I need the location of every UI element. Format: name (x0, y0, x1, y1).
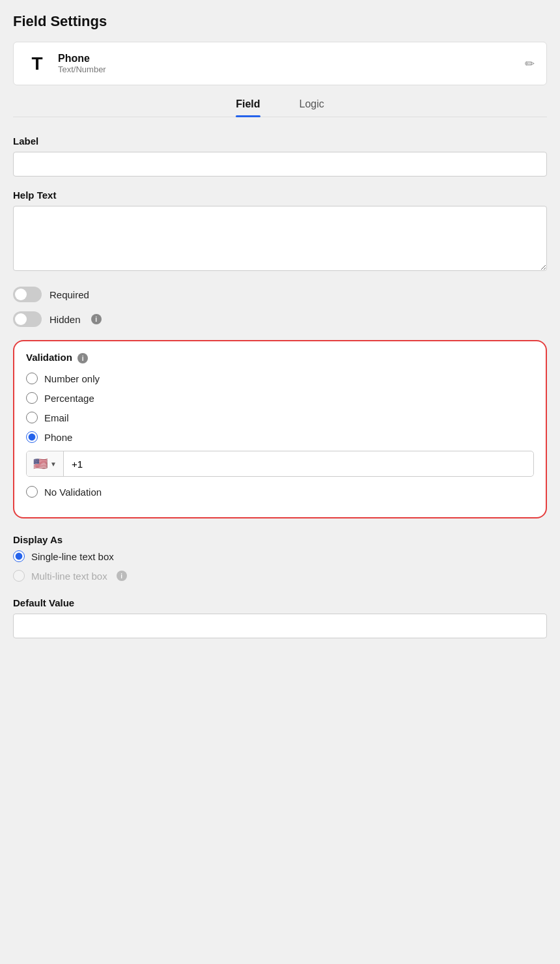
edit-icon[interactable]: ✏ (525, 57, 535, 71)
label-section-title: Label (13, 135, 547, 147)
validation-email-row: Email (26, 412, 534, 423)
field-card-info: Phone Text/Number (58, 53, 106, 74)
field-type-label: Text/Number (58, 64, 106, 74)
validation-phone-row: Phone (26, 431, 534, 443)
display-multi-line-label: Multi-line text box (31, 571, 107, 582)
page-title: Field Settings (13, 13, 547, 30)
tab-logic[interactable]: Logic (300, 98, 324, 117)
flag-emoji: 🇺🇸 (33, 457, 48, 471)
field-card: T Phone Text/Number ✏ (13, 42, 547, 85)
default-value-title: Default Value (13, 597, 547, 608)
phone-code-row: 🇺🇸 ▼ (26, 451, 534, 477)
required-toggle-row: Required (13, 287, 547, 302)
validation-phone-radio[interactable] (26, 431, 38, 443)
tab-field[interactable]: Field (236, 98, 260, 117)
validation-phone-label[interactable]: Phone (44, 432, 72, 443)
label-section: Label (13, 135, 547, 190)
validation-email-radio[interactable] (26, 412, 38, 423)
validation-number-only-row: Number only (26, 373, 534, 384)
phone-code-input[interactable] (64, 453, 533, 475)
hidden-info-icon[interactable]: i (91, 314, 102, 324)
validation-box: Validation i Number only Percentage Emai… (13, 340, 547, 518)
help-text-title: Help Text (13, 190, 547, 201)
validation-number-only-radio[interactable] (26, 373, 38, 384)
display-multi-line-radio[interactable] (13, 570, 25, 582)
help-text-input[interactable] (13, 206, 547, 271)
display-single-line-radio[interactable] (13, 550, 25, 562)
validation-info-icon[interactable]: i (77, 353, 88, 363)
hidden-toggle-row: Hidden i (13, 311, 547, 327)
display-single-line-row: Single-line text box (13, 550, 547, 562)
validation-percentage-label[interactable]: Percentage (44, 393, 94, 404)
flag-selector[interactable]: 🇺🇸 ▼ (27, 451, 64, 476)
validation-none-row: No Validation (26, 486, 534, 498)
display-multi-line-row: Multi-line text box i (13, 570, 547, 582)
display-as-section: Display As Single-line text box Multi-li… (13, 534, 547, 582)
help-text-section: Help Text (13, 190, 547, 287)
display-single-line-label[interactable]: Single-line text box (31, 551, 114, 562)
validation-title: Validation i (26, 352, 534, 363)
label-input[interactable] (13, 152, 547, 177)
multi-line-info-icon[interactable]: i (117, 571, 127, 581)
validation-percentage-radio[interactable] (26, 392, 38, 404)
validation-email-label[interactable]: Email (44, 412, 69, 423)
hidden-toggle[interactable] (13, 311, 42, 327)
required-toggle[interactable] (13, 287, 42, 302)
default-value-section: Default Value (13, 597, 547, 651)
field-type-icon: T (25, 53, 49, 74)
display-as-title: Display As (13, 534, 547, 545)
required-label: Required (49, 289, 89, 300)
flag-chevron-icon: ▼ (50, 461, 57, 468)
hidden-label: Hidden (49, 314, 81, 325)
validation-none-radio[interactable] (26, 486, 38, 498)
validation-number-only-label[interactable]: Number only (44, 373, 100, 384)
field-name: Phone (58, 53, 106, 64)
tabs-container: Field Logic (13, 98, 547, 117)
default-value-input[interactable] (13, 614, 547, 638)
field-card-left: T Phone Text/Number (25, 53, 106, 74)
validation-percentage-row: Percentage (26, 392, 534, 404)
validation-none-label[interactable]: No Validation (44, 487, 102, 498)
